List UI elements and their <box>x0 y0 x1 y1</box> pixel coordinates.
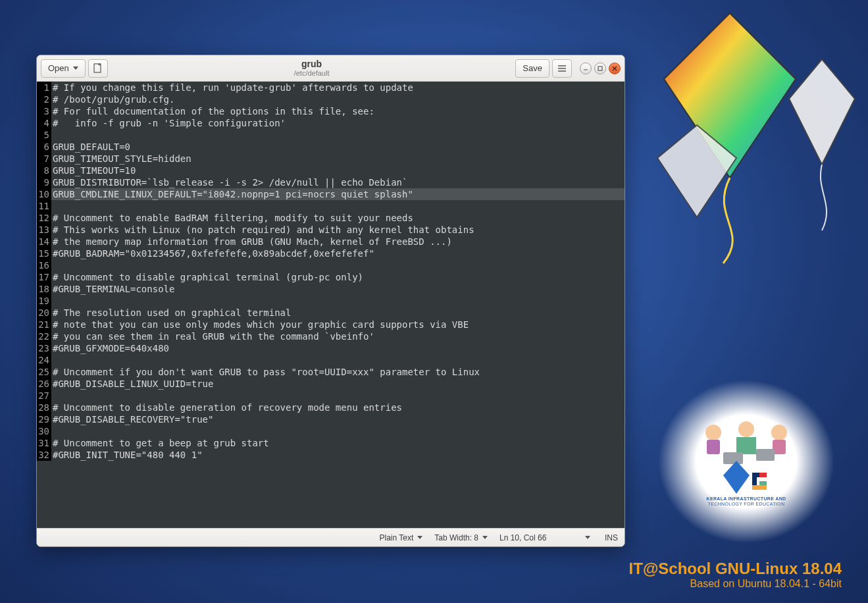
code-text: GRUB_TIMEOUT=10 <box>51 165 625 176</box>
code-line[interactable]: 7GRUB_TIMEOUT_STYLE=hidden <box>37 153 625 165</box>
distro-base: Based on Ubuntu 18.04.1 - 64bit <box>629 578 842 590</box>
code-line[interactable]: 31# Uncomment to get a beep at grub star… <box>37 437 625 449</box>
line-number: 25 <box>37 366 51 378</box>
document-path: /etc/default <box>111 69 513 77</box>
line-number: 7 <box>37 153 51 165</box>
logo-text-line2: TECHNOLOGY FOR EDUCATION <box>706 502 786 507</box>
line-number: 2 <box>37 93 51 105</box>
code-text <box>51 354 625 366</box>
code-line[interactable]: 10GRUB_CMDLINE_LINUX_DEFAULT="i8042.nopn… <box>37 188 625 200</box>
cursor-position-label: Ln 10, Col 66 <box>499 533 546 542</box>
svg-point-3 <box>705 425 721 440</box>
distro-branding: IT@School GNU-Linux 18.04 Based on Ubunt… <box>629 560 842 590</box>
code-text <box>51 295 625 307</box>
insert-mode-indicator[interactable]: INS <box>605 533 618 542</box>
line-number: 30 <box>37 425 51 437</box>
save-button[interactable]: Save <box>515 59 549 78</box>
code-line[interactable]: 14# the memory map information from GRUB… <box>37 236 625 248</box>
code-line[interactable]: 8GRUB_TIMEOUT=10 <box>37 165 625 176</box>
svg-point-5 <box>738 421 754 437</box>
svg-rect-15 <box>752 485 767 490</box>
line-number: 20 <box>37 307 51 319</box>
code-line[interactable]: 25# Uncomment if you don't want GRUB to … <box>37 366 625 378</box>
svg-marker-1 <box>789 59 855 165</box>
code-line[interactable]: 28# Uncomment to disable generation of r… <box>37 402 625 413</box>
syntax-mode-label: Plain Text <box>379 533 413 542</box>
code-line[interactable]: 16 <box>37 259 625 271</box>
line-number: 14 <box>37 236 51 248</box>
code-text: #GRUB_DISABLE_LINUX_UUID=true <box>51 378 625 390</box>
svg-marker-0 <box>664 13 796 178</box>
code-line[interactable]: 6GRUB_DEFAULT=0 <box>37 141 625 153</box>
code-text: #GRUB_DISABLE_RECOVERY="true" <box>51 413 625 425</box>
code-text: # the memory map information from GRUB (… <box>51 236 625 248</box>
window-minimize-button[interactable] <box>580 63 592 74</box>
tab-width-selector[interactable]: Tab Width: 8 <box>434 533 488 542</box>
line-number: 26 <box>37 378 51 390</box>
code-line[interactable]: 24 <box>37 354 625 366</box>
code-line[interactable]: 18#GRUB_TERMINAL=console <box>37 283 625 295</box>
code-text: GRUB_DISTRIBUTOR=`lsb_release -i -s 2> /… <box>51 176 625 188</box>
code-line[interactable]: 22# you can see them in real GRUB with t… <box>37 330 625 342</box>
syntax-mode-selector[interactable]: Plain Text <box>379 533 422 542</box>
code-line[interactable]: 20# The resolution used on graphical ter… <box>37 307 625 319</box>
code-text <box>51 390 625 402</box>
window-maximize-button[interactable] <box>594 63 606 74</box>
svg-rect-4 <box>707 440 720 454</box>
code-text: #GRUB_TERMINAL=console <box>51 283 625 295</box>
insert-mode-label: INS <box>605 533 618 542</box>
line-number: 28 <box>37 402 51 413</box>
code-line[interactable]: 2# /boot/grub/grub.cfg. <box>37 93 625 105</box>
code-line[interactable]: 13# This works with Linux (no patch requ… <box>37 224 625 236</box>
code-line[interactable]: 5 <box>37 129 625 141</box>
hamburger-menu-button[interactable] <box>552 59 572 78</box>
svg-rect-13 <box>759 481 767 486</box>
code-area[interactable]: 1# If you change this file, run 'update-… <box>37 82 625 528</box>
open-button[interactable]: Open <box>41 59 86 78</box>
code-text: # This works with Linux (no patch requir… <box>51 224 625 236</box>
code-text: # info -f grub -n 'Simple configuration' <box>51 117 625 129</box>
svg-marker-2 <box>657 125 736 217</box>
line-number: 27 <box>37 390 51 402</box>
line-number: 18 <box>37 283 51 295</box>
statusbar-extra-menu[interactable] <box>584 536 593 539</box>
line-number: 32 <box>37 449 51 461</box>
code-text: # For full documentation of the options … <box>51 105 625 117</box>
svg-point-6 <box>771 425 787 440</box>
line-number: 11 <box>37 200 51 212</box>
code-text: # If you change this file, run 'update-g… <box>51 82 625 93</box>
statusbar: Plain Text Tab Width: 8 Ln 10, Col 66 IN… <box>37 528 625 546</box>
new-tab-button[interactable] <box>88 59 108 78</box>
code-text: # The resolution used on graphical termi… <box>51 307 625 319</box>
line-number: 12 <box>37 212 51 224</box>
code-line[interactable]: 15#GRUB_BADRAM="0x01234567,0xfefefefe,0x… <box>37 248 625 259</box>
code-line[interactable]: 12# Uncomment to enable BadRAM filtering… <box>37 212 625 224</box>
code-text <box>51 200 625 212</box>
maximize-icon <box>598 66 603 71</box>
code-line[interactable]: 4# info -f grub -n 'Simple configuration… <box>37 117 625 129</box>
distro-logo-bubble: KERALA INFRASTRUCTURE AND TECHNOLOGY FOR… <box>657 379 835 544</box>
code-line[interactable]: 26#GRUB_DISABLE_LINUX_UUID=true <box>37 378 625 390</box>
code-line[interactable]: 11 <box>37 200 625 212</box>
code-text: #GRUB_INIT_TUNE="480 440 1" <box>51 449 625 461</box>
line-number: 5 <box>37 129 51 141</box>
line-number: 22 <box>37 330 51 342</box>
code-line[interactable]: 29#GRUB_DISABLE_RECOVERY="true" <box>37 413 625 425</box>
line-number: 21 <box>37 319 51 330</box>
code-line[interactable]: 30 <box>37 425 625 437</box>
code-line[interactable]: 27 <box>37 390 625 402</box>
code-line[interactable]: 3# For full documentation of the options… <box>37 105 625 117</box>
code-line[interactable]: 21# note that you can use only modes whi… <box>37 319 625 330</box>
code-line[interactable]: 19 <box>37 295 625 307</box>
code-text: # Uncomment to disable graphical termina… <box>51 271 625 283</box>
code-line[interactable]: 9GRUB_DISTRIBUTOR=`lsb_release -i -s 2> … <box>37 176 625 188</box>
window-close-button[interactable] <box>609 63 621 74</box>
code-line[interactable]: 23#GRUB_GFXMODE=640x480 <box>37 342 625 354</box>
code-line[interactable]: 17# Uncomment to disable graphical termi… <box>37 271 625 283</box>
titlebar: Open grub /etc/default Save <box>37 55 625 82</box>
code-text: # Uncomment to enable BadRAM filtering, … <box>51 212 625 224</box>
code-line[interactable]: 1# If you change this file, run 'update-… <box>37 82 625 93</box>
code-text: # Uncomment to get a beep at grub start <box>51 437 625 449</box>
code-line[interactable]: 32#GRUB_INIT_TUNE="480 440 1" <box>37 449 625 461</box>
text-editor-window: Open grub /etc/default Save <box>36 55 625 547</box>
